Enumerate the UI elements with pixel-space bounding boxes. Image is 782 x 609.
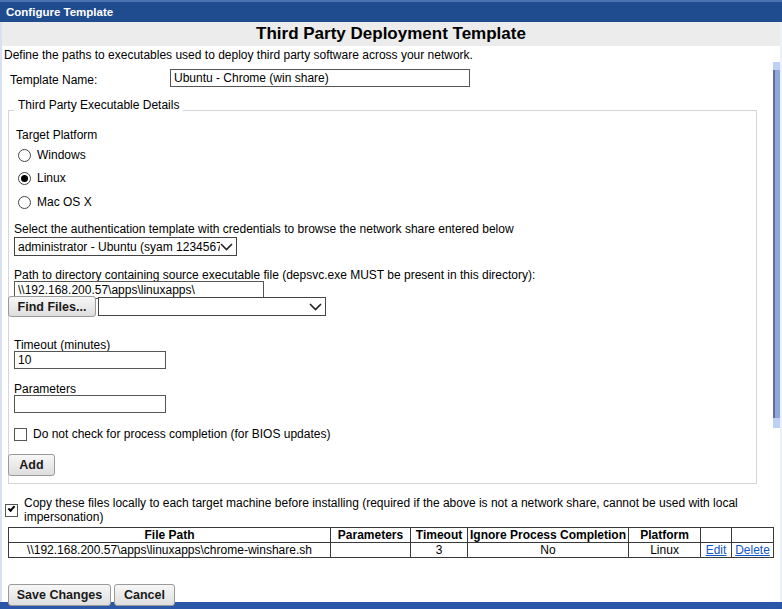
cancel-button[interactable]: Cancel bbox=[114, 584, 175, 606]
files-table-header-row: File Path Parameters Timeout Ignore Proc… bbox=[9, 528, 774, 543]
cell-parameters bbox=[331, 543, 411, 558]
col-ignore-process-completion: Ignore Process Completion bbox=[468, 528, 629, 543]
auth-template-select[interactable]: administrator - Ubuntu (syam 12345678) bbox=[14, 237, 237, 256]
col-platform: Platform bbox=[629, 528, 701, 543]
table-row: \\192.168.200.57\apps\linuxapps\chrome-w… bbox=[9, 543, 774, 558]
copy-locally-checkbox-row[interactable]: Copy these files locally to each target … bbox=[5, 496, 782, 524]
copy-locally-checkbox-label: Copy these files locally to each target … bbox=[24, 496, 782, 524]
vertical-scrollbar[interactable] bbox=[773, 62, 780, 428]
chevron-down-icon bbox=[309, 303, 322, 311]
check-icon bbox=[8, 504, 16, 512]
col-timeout: Timeout bbox=[411, 528, 468, 543]
auth-template-selected-value: administrator - Ubuntu (syam 12345678) bbox=[18, 240, 220, 254]
col-parameters: Parameters bbox=[331, 528, 411, 543]
source-path-label: Path to directory containing source exec… bbox=[14, 268, 535, 282]
delete-link[interactable]: Delete bbox=[735, 543, 770, 557]
bios-checkbox-label: Do not check for process completion (for… bbox=[33, 427, 330, 441]
scrollbar-thumb[interactable] bbox=[773, 70, 780, 418]
dialog-title: Configure Template bbox=[6, 6, 113, 18]
col-file-path: File Path bbox=[9, 528, 331, 543]
bios-checkbox-row[interactable]: Do not check for process completion (for… bbox=[14, 427, 330, 441]
page-description: Define the paths to executables used to … bbox=[4, 48, 473, 62]
cell-timeout: 3 bbox=[411, 543, 468, 558]
radio-linux[interactable]: Linux bbox=[18, 171, 66, 185]
radio-macosx[interactable]: Mac OS X bbox=[18, 195, 92, 209]
configure-template-dialog: Configure Template Third Party Deploymen… bbox=[0, 0, 782, 609]
executable-details-legend: Third Party Executable Details bbox=[14, 98, 183, 112]
dialog-titlebar: Configure Template bbox=[0, 0, 782, 22]
parameters-label: Parameters bbox=[14, 382, 76, 396]
left-border bbox=[0, 22, 2, 602]
auth-template-label: Select the authentication template with … bbox=[14, 222, 514, 236]
cell-ignore-process-completion: No bbox=[468, 543, 629, 558]
radio-macosx-icon[interactable] bbox=[18, 196, 31, 209]
radio-windows-icon[interactable] bbox=[18, 149, 31, 162]
template-name-label: Template Name: bbox=[10, 73, 97, 87]
radio-windows-label: Windows bbox=[37, 148, 86, 162]
timeout-label: Timeout (minutes) bbox=[14, 338, 110, 352]
find-files-button[interactable]: Find Files... bbox=[8, 296, 96, 317]
radio-windows[interactable]: Windows bbox=[18, 148, 86, 162]
edit-link[interactable]: Edit bbox=[706, 543, 727, 557]
radio-linux-label: Linux bbox=[37, 171, 66, 185]
template-name-input[interactable] bbox=[170, 69, 470, 87]
timeout-input[interactable] bbox=[14, 351, 166, 369]
parameters-input[interactable] bbox=[14, 395, 166, 413]
save-changes-button[interactable]: Save Changes bbox=[8, 584, 111, 606]
file-select[interactable] bbox=[98, 297, 326, 316]
target-platform-label: Target Platform bbox=[16, 128, 97, 142]
col-delete bbox=[732, 528, 774, 543]
add-button[interactable]: Add bbox=[8, 454, 55, 476]
chevron-down-icon bbox=[220, 243, 233, 251]
copy-locally-checkbox[interactable] bbox=[5, 504, 18, 517]
cell-platform: Linux bbox=[629, 543, 701, 558]
cell-file-path: \\192.168.200.57\apps\linuxapps\chrome-w… bbox=[9, 543, 331, 558]
bios-checkbox[interactable] bbox=[14, 428, 27, 441]
radio-linux-icon[interactable] bbox=[18, 172, 31, 185]
radio-macosx-label: Mac OS X bbox=[37, 195, 92, 209]
files-table: File Path Parameters Timeout Ignore Proc… bbox=[8, 527, 774, 558]
page-heading-row: Third Party Deployment Template bbox=[0, 22, 782, 46]
col-edit bbox=[701, 528, 732, 543]
page-title: Third Party Deployment Template bbox=[0, 22, 782, 46]
